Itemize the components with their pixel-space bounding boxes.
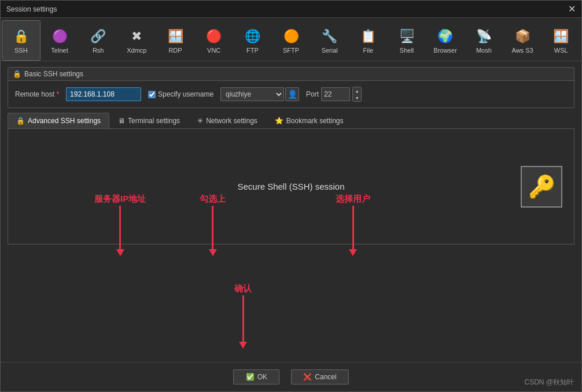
rdp-label: RDP bbox=[168, 47, 182, 54]
ssh-label: SSH bbox=[14, 47, 28, 54]
tab-terminal[interactable]: 🖥Terminal settings bbox=[109, 113, 189, 128]
xdmcp-label: Xdmcp bbox=[127, 47, 146, 54]
ssh-icon: 🔒 bbox=[12, 27, 30, 46]
tab-bookmark-icon: ⭐ bbox=[275, 117, 283, 125]
ssh-session-label: Secure Shell (SSH) session bbox=[237, 182, 344, 191]
awss3-icon: 📦 bbox=[513, 27, 532, 46]
user-manage-button[interactable]: 👤 bbox=[285, 87, 299, 101]
serial-label: Serial bbox=[322, 47, 338, 54]
ok-icon: ✅ bbox=[246, 373, 255, 381]
toolbar-item-mosh[interactable]: 📡Mosh bbox=[465, 20, 503, 61]
settings-row: Remote host * Specify username qiuzhiye … bbox=[8, 81, 574, 108]
tab-network-icon: ✳ bbox=[197, 117, 203, 125]
tabs-row: 🔒Advanced SSH settings🖥Terminal settings… bbox=[8, 113, 574, 129]
file-icon: 📋 bbox=[359, 27, 377, 46]
ftp-label: FTP bbox=[246, 47, 259, 54]
port-input[interactable] bbox=[321, 87, 350, 101]
port-label: Port bbox=[306, 90, 319, 98]
remote-host-input[interactable] bbox=[66, 87, 141, 101]
specify-username-checkbox[interactable] bbox=[148, 91, 156, 98]
username-dropdown-wrap: qiuzhiye 👤 bbox=[220, 87, 299, 101]
tab-advanced-label: Advanced SSH settings bbox=[28, 117, 101, 125]
basic-settings-header: 🔒 Basic SSH settings bbox=[8, 68, 574, 81]
tab-bookmark-label: Bookmark settings bbox=[286, 117, 344, 125]
port-down-button[interactable]: ▼ bbox=[353, 94, 361, 101]
shell-label: Shell bbox=[400, 47, 414, 54]
title-bar: Session settings ✕ bbox=[1, 1, 581, 18]
sftp-label: SFTP bbox=[283, 47, 299, 54]
wsl-label: WSL bbox=[554, 47, 568, 54]
cancel-label: Cancel bbox=[315, 373, 336, 381]
toolbar-item-ssh[interactable]: 🔒SSH bbox=[2, 20, 40, 61]
port-spinner: ▲ ▼ bbox=[352, 87, 362, 102]
port-up-button[interactable]: ▲ bbox=[353, 87, 361, 94]
vnc-icon: 🔴 bbox=[205, 27, 223, 46]
vnc-label: VNC bbox=[207, 47, 220, 54]
key-icon-box: 🔑 bbox=[521, 166, 562, 208]
close-button[interactable]: ✕ bbox=[568, 3, 576, 14]
footer: ✅ OK ❌ Cancel bbox=[1, 362, 581, 391]
specify-username-checkbox-label[interactable]: Specify username bbox=[148, 90, 213, 98]
telnet-icon: 🟣 bbox=[50, 27, 69, 46]
xdmcp-icon: ✖ bbox=[127, 27, 146, 46]
tab-advanced-icon: 🔒 bbox=[16, 117, 25, 125]
tabs-container: 🔒Advanced SSH settings🖥Terminal settings… bbox=[8, 113, 574, 245]
tab-network[interactable]: ✳Network settings bbox=[189, 113, 266, 128]
ok-button[interactable]: ✅ OK bbox=[233, 369, 279, 384]
wsl-icon: 🪟 bbox=[552, 27, 570, 46]
ok-label: OK bbox=[257, 373, 267, 381]
rsh-icon: 🔗 bbox=[89, 27, 108, 46]
tab-advanced[interactable]: 🔒Advanced SSH settings bbox=[8, 113, 109, 128]
file-label: File bbox=[363, 47, 374, 54]
toolbar-item-rdp[interactable]: 🪟RDP bbox=[156, 20, 195, 61]
cancel-icon: ❌ bbox=[303, 373, 312, 381]
dialog-title: Session settings bbox=[6, 5, 57, 13]
serial-icon: 🔧 bbox=[321, 27, 339, 46]
toolbar-item-shell[interactable]: 🖥️Shell bbox=[388, 20, 426, 61]
tab-network-label: Network settings bbox=[206, 117, 257, 125]
session-settings-dialog: Session settings ✕ 🔒SSH🟣Telnet🔗Rsh✖Xdmcp… bbox=[0, 0, 582, 392]
username-dropdown[interactable]: qiuzhiye bbox=[220, 87, 284, 101]
toolbar-item-rsh[interactable]: 🔗Rsh bbox=[79, 20, 117, 61]
toolbar-item-file[interactable]: 📋File bbox=[349, 20, 388, 61]
mosh-label: Mosh bbox=[476, 47, 492, 54]
browser-icon: 🌍 bbox=[436, 27, 455, 46]
key-icon: 🔑 bbox=[528, 174, 555, 199]
cancel-button[interactable]: ❌ Cancel bbox=[291, 369, 348, 384]
shell-icon: 🖥️ bbox=[397, 27, 416, 46]
toolbar-item-browser[interactable]: 🌍Browser bbox=[426, 20, 465, 61]
toolbar-item-vnc[interactable]: 🔴VNC bbox=[194, 20, 233, 61]
tab-bookmark[interactable]: ⭐Bookmark settings bbox=[266, 113, 352, 128]
toolbar-item-sftp[interactable]: 🟠SFTP bbox=[272, 20, 311, 61]
telnet-label: Telnet bbox=[51, 47, 68, 54]
toolbar-item-xdmcp[interactable]: ✖Xdmcp bbox=[117, 20, 156, 61]
awss3-label: Aws S3 bbox=[512, 47, 533, 54]
basic-ssh-settings-box: 🔒 Basic SSH settings Remote host * Speci… bbox=[8, 67, 574, 108]
sftp-icon: 🟠 bbox=[282, 27, 300, 46]
rsh-label: Rsh bbox=[93, 47, 104, 54]
tab-terminal-label: Terminal settings bbox=[128, 117, 180, 125]
toolbar: 🔒SSH🟣Telnet🔗Rsh✖Xdmcp🪟RDP🔴VNC🌐FTP🟠SFTP🔧S… bbox=[1, 18, 581, 61]
toolbar-item-wsl[interactable]: 🪟WSL bbox=[542, 20, 580, 61]
basic-settings-icon: 🔒 bbox=[13, 70, 21, 78]
content-area: 🔒 Basic SSH settings Remote host * Speci… bbox=[1, 61, 581, 362]
port-wrap: Port ▲ ▼ bbox=[306, 87, 362, 102]
tab-terminal-icon: 🖥 bbox=[118, 117, 125, 125]
toolbar-item-telnet[interactable]: 🟣Telnet bbox=[40, 20, 79, 61]
mosh-icon: 📡 bbox=[474, 27, 493, 46]
toolbar-item-serial[interactable]: 🔧Serial bbox=[310, 20, 349, 61]
toolbar-item-ftp[interactable]: 🌐FTP bbox=[233, 20, 272, 61]
tab-content: Secure Shell (SSH) session 🔑 bbox=[8, 129, 574, 245]
watermark: CSDN @秋知叶 bbox=[524, 378, 574, 387]
toolbar-item-awss3[interactable]: 📦Aws S3 bbox=[503, 20, 542, 61]
remote-host-label: Remote host * bbox=[15, 90, 59, 98]
rdp-icon: 🪟 bbox=[166, 27, 185, 46]
ftp-icon: 🌐 bbox=[243, 27, 261, 46]
browser-label: Browser bbox=[434, 47, 457, 54]
